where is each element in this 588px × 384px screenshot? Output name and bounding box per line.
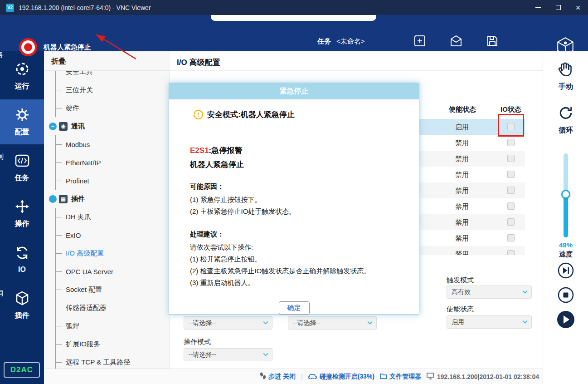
- tree-item[interactable]: ExIO: [44, 226, 158, 244]
- tree-item[interactable]: 三位开关: [44, 81, 158, 99]
- stop-button[interactable]: [557, 286, 574, 305]
- io-state-checkbox[interactable]: [507, 171, 515, 178]
- tree-item-label: Socket 配置: [66, 286, 102, 294]
- io-state-checkbox[interactable]: [507, 234, 515, 241]
- cube-icon: [15, 290, 30, 308]
- chevron-down-icon: [522, 318, 527, 323]
- tree-item[interactable]: DH 夹爪: [44, 208, 158, 226]
- tree-item[interactable]: ◉ 通讯: [44, 117, 158, 135]
- advice-line: (3) 重新启动机器人。: [190, 277, 398, 289]
- divider: [170, 70, 543, 71]
- tree-item[interactable]: 弧焊: [44, 317, 158, 335]
- speed-slider-thumb[interactable]: [561, 190, 570, 199]
- io-state-checkbox[interactable]: [507, 202, 515, 210]
- open-button[interactable]: 打开: [441, 34, 471, 63]
- tree-item[interactable]: 远程 TCP & 工具路径: [44, 353, 158, 369]
- sidebar-item-operate[interactable]: 操作: [0, 191, 44, 236]
- enable-state-label: 使能状态: [447, 305, 474, 314]
- save-button-label: 保存: [486, 55, 499, 63]
- d2ac-button[interactable]: D2AC: [4, 362, 40, 378]
- advice-line: (1) 松开紧急停止按钮。: [190, 253, 398, 265]
- manual-mode-button[interactable]: 手动: [543, 61, 588, 92]
- separator: |: [301, 373, 303, 380]
- minimize-button[interactable]: [528, 0, 548, 15]
- tree-item[interactable]: Modbus: [44, 135, 158, 153]
- io-state-checkbox[interactable]: [507, 187, 515, 194]
- connection-status: 192.168.1.200|2012-01-01 02:38:04: [427, 373, 539, 381]
- sidebar-item-run[interactable]: 运行: [0, 54, 44, 98]
- collapse-minus-icon[interactable]: [49, 123, 57, 130]
- sidebar-item-plugin[interactable]: 插件: [0, 283, 44, 328]
- tree-item[interactable]: EtherNet/IP: [44, 153, 158, 172]
- file-manager-button[interactable]: 文件管理器: [380, 373, 421, 381]
- tree-item[interactable]: Profinet: [44, 172, 158, 190]
- close-button[interactable]: ×: [568, 0, 588, 15]
- vnc-logo-icon: V2: [6, 4, 14, 12]
- tree-item-label: Modbus: [66, 141, 90, 148]
- tree-branch-line: [55, 99, 56, 117]
- tree-item[interactable]: 传感器适配器: [44, 299, 158, 317]
- emergency-stop-indicator[interactable]: [19, 38, 37, 56]
- new-button[interactable]: 新建: [405, 34, 435, 63]
- enable-status-cell: 禁用: [439, 246, 485, 255]
- trigger-mode-select[interactable]: 高有效: [447, 286, 532, 299]
- tree-item[interactable]: 硬件: [44, 99, 158, 117]
- edge-clipped-text: 例: [0, 153, 4, 161]
- tree-item[interactable]: Socket 配置: [44, 281, 158, 299]
- io-state-checkbox[interactable]: [507, 139, 515, 146]
- enable-state-value: 启用: [452, 318, 464, 326]
- config-value[interactable]: default: [336, 54, 357, 61]
- tree-branch-line: [55, 299, 56, 317]
- left-sidebar: 运行 配置 任务 操作 IO: [0, 51, 44, 384]
- tree-item[interactable]: OPC UA Server: [44, 262, 158, 281]
- tree-item[interactable]: 扩展IO服务: [44, 335, 158, 353]
- tree-item[interactable]: 安全工具: [44, 71, 158, 81]
- step-forward-button[interactable]: [557, 262, 574, 281]
- collapse-minus-icon[interactable]: [49, 195, 57, 203]
- sidebar-item-config[interactable]: 配置: [0, 99, 44, 144]
- enable-status-cell: 禁用: [439, 135, 485, 151]
- maximize-button[interactable]: [548, 0, 568, 15]
- chevron-down-icon: [263, 319, 268, 324]
- advice-line: (2) 检查主板紧急停止IO触发状态是否正确并解除触发状态。: [190, 265, 398, 277]
- collision-detect-label: 碰撞检测开启(33%): [320, 373, 374, 381]
- cause-line: (2) 主板紧急停止IO处于触发状态。: [190, 206, 398, 217]
- sidebar-item-io[interactable]: IO: [0, 237, 44, 282]
- hand-icon: [557, 61, 575, 79]
- tree-item-label: 弧焊: [66, 322, 79, 330]
- code-icon: [15, 153, 30, 170]
- enable-status-cell: 禁用: [439, 198, 485, 214]
- speed-percent: 49%: [543, 241, 588, 249]
- collision-detect-toggle[interactable]: 碰撞检测开启(33%): [308, 373, 374, 381]
- speed-slider-fill: [564, 194, 568, 237]
- tree-item[interactable]: ▦ 插件: [44, 190, 158, 208]
- operation-mode-select[interactable]: --请选择--: [184, 348, 272, 361]
- save-button[interactable]: 保存: [477, 34, 507, 63]
- select-field-2[interactable]: --请选择--: [288, 316, 377, 330]
- task-value[interactable]: <未命名>: [336, 37, 365, 46]
- io-state-checkbox[interactable]: [507, 218, 515, 226]
- save-icon: [486, 34, 499, 49]
- enable-state-select[interactable]: 启用: [447, 315, 532, 329]
- io-state-checkbox[interactable]: [507, 155, 515, 162]
- io-state-checkbox[interactable]: [507, 250, 515, 255]
- io-state-checkbox[interactable]: [507, 123, 515, 130]
- tree-branch-line: [55, 71, 56, 81]
- tree-item-label: Profinet: [66, 177, 89, 185]
- tree-item-label: DH 夹爪: [66, 213, 91, 222]
- sidebar-item-label: IO: [18, 266, 26, 274]
- run-icon: [15, 61, 30, 79]
- sidebar-item-task[interactable]: 任务: [0, 145, 44, 190]
- step-mode-toggle[interactable]: 步进 关闭: [260, 372, 296, 381]
- loop-mode-button[interactable]: 循环: [543, 105, 588, 135]
- play-button[interactable]: [556, 310, 575, 331]
- vnc-toolbar-tab[interactable]: [211, 15, 376, 21]
- sidebar-item-label: 操作: [15, 219, 29, 229]
- tree-branch-line: [55, 244, 56, 262]
- trigger-mode-label: 触发模式: [447, 276, 474, 285]
- tree-item-label: I/O 高级配置: [66, 249, 104, 258]
- select-field-1[interactable]: --请选择--: [184, 316, 272, 330]
- tree-item[interactable]: I/O 高级配置: [44, 244, 158, 262]
- ok-button[interactable]: 确定: [279, 301, 310, 315]
- emergency-stop-dialog: 紧急停止 ! 安全模式:机器人紧急停止 E2S1:急停报警 机器人紧急停止 可能…: [169, 83, 419, 315]
